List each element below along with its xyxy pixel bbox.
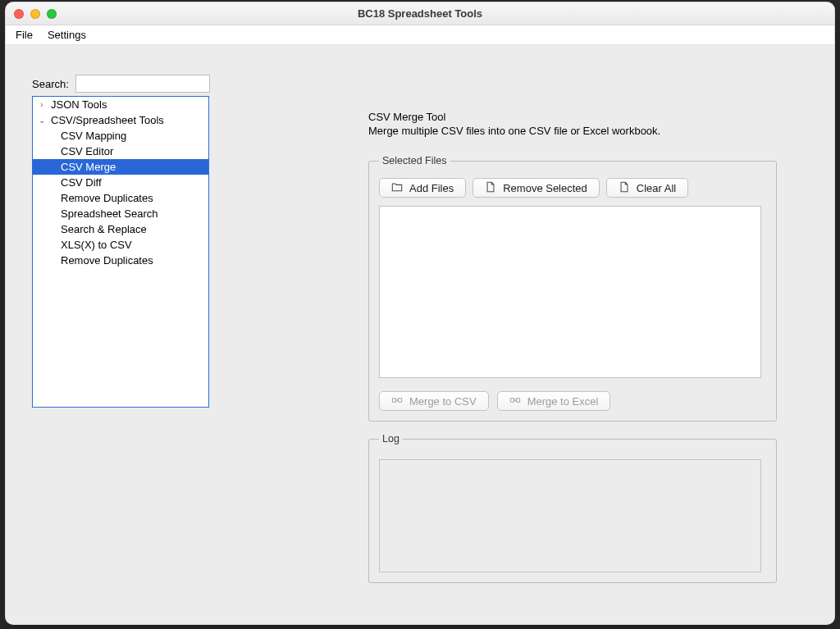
main-pane: CSV Merge Tool Merge multiple CSV files … — [368, 111, 777, 595]
tool-description: Merge multiple CSV files into one CSV fi… — [368, 125, 777, 137]
tree-item-remove-duplicates[interactable]: Remove Duplicates — [33, 190, 208, 206]
selected-files-legend: Selected Files — [379, 155, 450, 166]
tree-item-label: CSV Merge — [61, 161, 116, 173]
svg-rect-0 — [392, 398, 395, 401]
window-title: BC18 Spreadsheet Tools — [6, 7, 834, 20]
tree-item-csv-merge[interactable]: CSV Merge — [33, 159, 208, 175]
file-icon — [619, 181, 630, 195]
tree-item-label: Spreadsheet Search — [61, 207, 158, 220]
tree-item-xls-x-to-csv[interactable]: XLS(X) to CSV — [33, 237, 208, 253]
tree-item-label: CSV/Spreadsheet Tools — [51, 114, 164, 126]
remove-selected-button[interactable]: Remove Selected — [472, 178, 600, 198]
tree-item-label: CSV Editor — [61, 145, 113, 157]
tree-item-label: Remove Duplicates — [61, 192, 153, 204]
tool-tree[interactable]: ›JSON Tools⌄CSV/Spreadsheet ToolsCSV Map… — [32, 96, 209, 408]
menu-settings[interactable]: Settings — [48, 29, 86, 41]
clear-all-label: Clear All — [637, 182, 676, 194]
add-files-button[interactable]: Add Files — [379, 178, 466, 198]
close-window-button[interactable] — [14, 9, 24, 19]
add-files-label: Add Files — [409, 182, 454, 194]
content-area: Search: ›JSON Tools⌄CSV/Spreadsheet Tool… — [6, 45, 834, 624]
merge-buttons-row: Merge to CSV Merge to Excel — [379, 391, 766, 411]
selected-files-group: Selected Files Add Files Remove Selected — [368, 155, 777, 422]
tree-item-label: XLS(X) to CSV — [61, 239, 132, 251]
titlebar: BC18 Spreadsheet Tools — [6, 2, 834, 25]
tree-item-remove-duplicates[interactable]: Remove Duplicates — [33, 253, 208, 268]
tree-item-csv-diff[interactable]: CSV Diff — [33, 175, 208, 190]
zoom-window-button[interactable] — [47, 9, 57, 19]
tree-item-spreadsheet-search[interactable]: Spreadsheet Search — [33, 206, 208, 221]
tree-item-label: CSV Mapping — [61, 130, 126, 142]
menubar: File Settings — [6, 25, 834, 45]
svg-rect-1 — [398, 398, 401, 401]
merge-to-excel-button[interactable]: Merge to Excel — [497, 391, 611, 411]
window-controls — [14, 9, 57, 19]
chevron-right-icon: › — [38, 100, 46, 109]
merge-to-csv-button[interactable]: Merge to CSV — [379, 391, 489, 411]
remove-selected-label: Remove Selected — [503, 182, 587, 194]
log-output[interactable] — [379, 459, 761, 572]
search-row: Search: — [32, 75, 210, 93]
tree-item-json-tools[interactable]: ›JSON Tools — [33, 97, 208, 112]
tree-item-label: Remove Duplicates — [61, 254, 153, 267]
file-buttons-row: Add Files Remove Selected Clear All — [379, 178, 766, 198]
merge-icon — [509, 394, 521, 408]
menu-file[interactable]: File — [16, 29, 33, 41]
folder-icon — [391, 181, 403, 195]
svg-rect-3 — [516, 398, 519, 401]
clear-all-button[interactable]: Clear All — [606, 178, 688, 198]
file-icon — [485, 181, 496, 195]
log-group: Log — [368, 433, 777, 583]
tree-item-csv-mapping[interactable]: CSV Mapping — [33, 128, 208, 144]
tree-item-label: JSON Tools — [51, 98, 107, 111]
tree-item-search-replace[interactable]: Search & Replace — [33, 221, 208, 237]
svg-rect-2 — [510, 398, 514, 401]
tree-item-label: CSV Diff — [61, 176, 102, 189]
selected-files-list[interactable] — [379, 206, 761, 378]
merge-to-csv-label: Merge to CSV — [409, 395, 477, 408]
merge-icon — [391, 394, 403, 408]
tree-item-label: Search & Replace — [61, 223, 147, 235]
app-window: BC18 Spreadsheet Tools File Settings Sea… — [5, 2, 835, 625]
tree-item-csv-editor[interactable]: CSV Editor — [33, 144, 208, 159]
minimize-window-button[interactable] — [30, 9, 40, 19]
log-legend: Log — [379, 433, 403, 444]
merge-to-excel-label: Merge to Excel — [527, 395, 599, 408]
chevron-down-icon: ⌄ — [38, 116, 46, 125]
search-input[interactable] — [75, 75, 210, 93]
tree-item-csv-spreadsheet-tools[interactable]: ⌄CSV/Spreadsheet Tools — [33, 112, 208, 128]
tool-title: CSV Merge Tool — [368, 111, 777, 123]
search-label: Search: — [32, 78, 69, 90]
